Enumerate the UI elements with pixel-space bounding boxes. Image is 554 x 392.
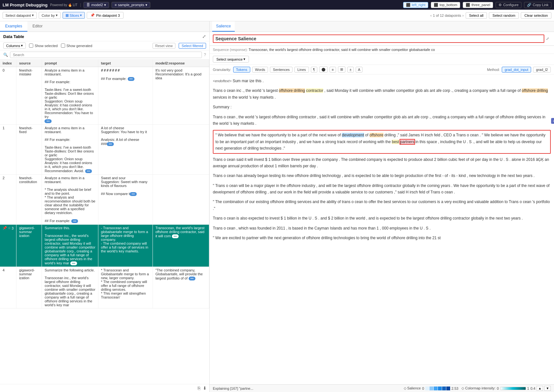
powered-by: Powered by 🔥 LIT [50,3,77,7]
show-generated-checkbox[interactable]: Show generated [61,44,92,48]
layout-left-right[interactable]: ⬛ left_right [403,2,428,8]
salience-header: Sequence Salience ⤢ [210,32,554,46]
granularity-sentences[interactable]: Sentences [270,67,292,73]
granularity-words[interactable]: Words [252,67,268,73]
col-header-source: source [16,60,42,67]
prompts-selector[interactable]: ≡ sample_prompts ▾ [112,2,150,8]
show-selected-checkbox[interactable]: Show selected [29,44,58,48]
grid-icon-btn[interactable]: ⊞ [338,66,345,73]
chevron-down-icon: ▾ [56,13,58,17]
select-sequence-button[interactable]: Select sequence ▾ [213,56,249,63]
salience-swatches [425,387,450,390]
star-icon: ☆ [8,226,11,230]
select-datapoint-button[interactable]: Select datapoint ▾ [3,12,37,19]
para-founded: Trans o cean , which was founded in 2011… [213,225,551,231]
method-grad-l2[interactable]: grad_l2 [533,67,551,73]
model-selector[interactable]: 🗄 model2 ▾ [84,2,109,8]
layout-three-panel[interactable]: ⬛ three_panel [463,2,493,8]
para-endoftext: <endoftext> Sum mar ize this . [213,78,551,84]
gear-icon: ⚙ [499,3,502,7]
highlight-offshore2: offshore drilling [522,88,548,93]
left-panel: Examples Editor Data Table ⤢ Columns ▾ S… [0,21,210,392]
select-random-button[interactable]: Select random [489,12,519,19]
color-by-button[interactable]: Color by ▾ [39,12,61,19]
highlight-offshore3: offshore [370,133,383,137]
right-panel: Salience Sequence Salience ⤢ Sequence (r… [210,21,554,392]
colormap-increment-btn[interactable]: ▲ [537,386,543,391]
para-testing: Trans o cean has already begun testing i… [213,172,551,179]
granularity-tokens[interactable]: Tokens [233,67,250,73]
tab-editor[interactable]: Editor [27,21,48,32]
boxed-quote: " We believe that we have the opportunit… [213,130,551,153]
download-icon[interactable]: ⬇ [203,386,207,391]
chevron-down-icon: ▾ [145,3,147,7]
search-input[interactable] [10,52,202,58]
data-table: index source prompt target model2:respon… [0,60,209,309]
select-all-button[interactable]: Select all [466,12,487,19]
columns-button[interactable]: Columns ▾ [3,43,26,49]
data-table-title: Data Table [3,34,200,39]
para-icon-btn[interactable]: ¶ [311,67,317,73]
clear-selection-button[interactable]: Clear selection [521,12,551,19]
chevron-down-icon: ▾ [243,57,245,61]
expand-button[interactable]: ⤢ [202,34,206,39]
layout-tb-icon: ⬛ [434,3,438,7]
table-row[interactable]: 2 fewshot-constitution Analyze a menu it… [0,175,209,225]
font-icon-btn[interactable]: A [356,67,362,73]
circle-icon-btn[interactable]: ⬤ [319,66,328,73]
db-icon: 🗄 [86,3,90,7]
method-grad-dot-input[interactable]: grad_dot_input [502,67,531,73]
colormap-decrement-btn[interactable]: ▼ [544,386,551,391]
tab-examples[interactable]: Examples [0,21,27,32]
slices-button[interactable]: ▦ Slices ▾ [63,12,85,19]
left-tab-bar: Examples Editor [0,21,209,32]
copy-icon[interactable]: ⎘ [198,386,200,391]
layout-lr-icon: ⬛ [406,3,411,7]
salience-legend: ◇ Salience 0 2.53 [404,386,459,390]
salience-title: Sequence Salience [213,34,544,43]
para-transocean-1: Trans o cean inc ., the world 's largest… [213,87,551,101]
configure-button[interactable]: ⚙ Configure [496,2,521,8]
para-major-player: " Trans o cean will be a major player in… [213,182,551,196]
table-row[interactable]: 4 gigaword-summarization Summarize the f… [0,267,209,309]
col-header-target: target [98,60,153,67]
left-panel-bottom: ⎘ ⬇ [0,384,209,392]
list-icon-btn[interactable]: ≡ [330,67,336,73]
table-row[interactable]: 0 fewshot-mistake Analyze a menu item in… [0,67,209,125]
table-row[interactable]: 📌 ☆ 3 gigaword-summarization Summarize t… [0,225,209,267]
pin-datapoint-button[interactable]: 📌 Pin datapoint 3 [87,12,123,19]
layout-3p-icon: ⬛ [466,3,470,7]
select-filtered-button[interactable]: Select filtered [179,43,206,49]
search-icon: 🔍 [3,53,8,57]
highlight-best: best [392,140,399,144]
salience-content: <endoftext> Sum mar ize this . Trans o c… [210,74,554,384]
colormap-gradient [500,387,526,390]
granularity-lines[interactable]: Lines [294,67,309,73]
main-toolbar: Select datapoint ▾ Color by ▾ ▦ Slices ▾… [0,10,554,21]
copy-link-button[interactable]: 🔗 Copy Link [524,2,551,8]
chevron-down-icon: ▾ [104,3,106,7]
layout-top-bottom[interactable]: ⬛ top_bottom [431,2,460,8]
col-header-response: model2:response [153,60,209,67]
expand-right-button[interactable]: ⤢ [544,35,551,42]
col-header-prompt: prompt [42,60,98,67]
main-layout: Examples Editor Data Table ⤢ Columns ▾ S… [0,21,554,392]
link-icon: 🔗 [527,3,531,7]
granularity-bar: Granularity: Tokens Words Sentences Line… [210,65,554,74]
table-row[interactable]: 1 fewshot-fixed Analyze a menu item in a… [0,125,209,175]
table-controls: Columns ▾ Show selected Show generated R… [0,41,209,50]
para-excited: " We are excited to partner with the nex… [213,235,551,241]
highlight-contractor: contractor [306,88,323,93]
pin-icon: 📌 [3,226,7,230]
add-panel-button[interactable]: + [551,118,554,124]
reset-view-button[interactable]: Reset view [153,43,176,49]
highlight-offshore: offshore drilling [279,88,305,93]
nav-info: ‹ 1 of 12 datapoints › [430,14,464,17]
tab-salience[interactable]: Salience [212,21,235,32]
nav-next-button[interactable]: › [462,14,464,17]
plus-minus-icon-btn[interactable]: ± [347,67,354,73]
app-title: LM Prompt Debugging [3,3,47,7]
explaining-label: Explaining [167] "partne... [213,387,401,390]
nav-prev-button[interactable]: ‹ [430,14,432,17]
data-table-header: Data Table ⤢ [0,32,209,41]
